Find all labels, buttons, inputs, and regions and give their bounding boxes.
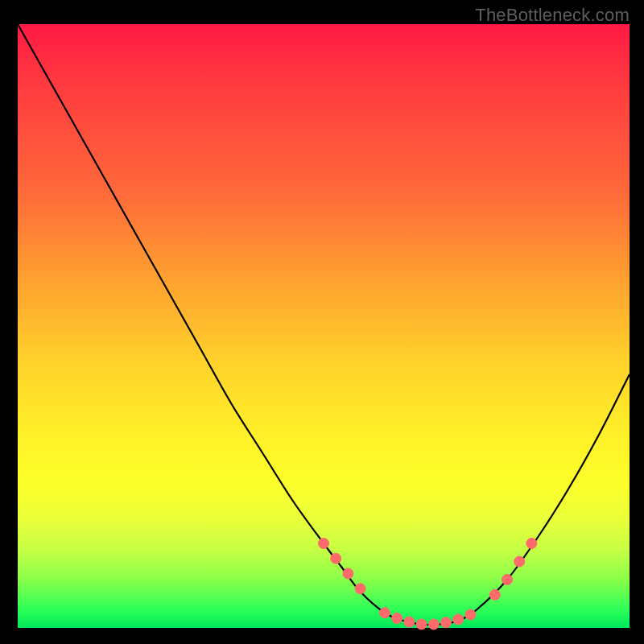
marker-dot: [392, 613, 402, 624]
marker-dot: [428, 619, 439, 630]
marker-dot: [331, 553, 341, 564]
marker-dot: [319, 539, 329, 549]
marker-dot: [465, 609, 476, 620]
chart-stage: TheBottleneck.com: [0, 0, 644, 644]
marker-dot: [355, 584, 365, 594]
bottleneck-curve: [18, 24, 630, 625]
marker-dot: [343, 568, 353, 579]
marker-dot: [489, 589, 500, 600]
plot-area: [18, 24, 630, 628]
highlight-dots: [319, 539, 537, 630]
marker-dot: [380, 608, 390, 618]
marker-dot: [453, 614, 464, 625]
marker-dot: [514, 556, 525, 567]
curve-layer: [18, 24, 630, 628]
marker-dot: [404, 617, 415, 627]
watermark-text: TheBottleneck.com: [475, 5, 630, 26]
marker-dot: [416, 619, 427, 630]
marker-dot: [441, 617, 452, 628]
marker-dot: [526, 539, 537, 549]
marker-dot: [502, 575, 513, 585]
